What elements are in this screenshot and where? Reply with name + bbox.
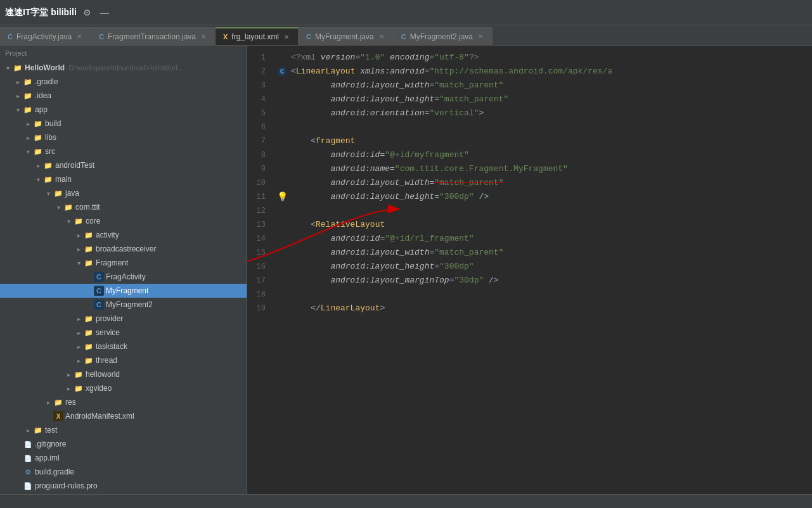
tab-tab4[interactable]: CMyFragment.java✕ (299, 27, 394, 45)
line-content-4: android:layout_height="match_parent" (288, 92, 812, 106)
tree-label-proguard: proguard-rules.pro (35, 481, 98, 490)
tree-label-xgvideo: xgvideo (86, 384, 112, 393)
tree-arrow-app: ▾ (13, 105, 23, 115)
folder-icon-com_ttit: 📁 (63, 202, 74, 212)
token: "@+id/rl_fragment" (385, 234, 474, 243)
tab-close-icon[interactable]: ✕ (477, 33, 484, 40)
tree-item-Fragment[interactable]: ▾📁Fragment (0, 256, 247, 270)
tab-close-icon[interactable]: ✕ (75, 33, 83, 40)
line-number-6: 6 (247, 120, 276, 134)
c-circle-icon: C (278, 67, 287, 76)
tree-item-core[interactable]: ▾📁core (0, 214, 247, 228)
folder-icon-main: 📁 (43, 174, 53, 184)
tab-tab3[interactable]: Xfrg_layout.xml✕ (216, 27, 299, 45)
tree-item-test[interactable]: ▸📁test (0, 423, 247, 437)
tree-spacer-MyFragment (84, 286, 94, 296)
tree-item-taskstack[interactable]: ▸📁taskstack (0, 340, 247, 353)
tab-tab2[interactable]: CFragmentTransaction.java✕ (91, 27, 216, 45)
tab-close-icon[interactable]: ✕ (378, 33, 385, 40)
tree-item-AndroidManifest[interactable]: XAndroidManifest.xml (0, 409, 247, 423)
token: android:id (291, 150, 380, 160)
tree-item-src[interactable]: ▾📁src (0, 144, 247, 158)
code-line-1: 1<?xml version="1.0" encoding="utf-8"?> (247, 51, 812, 65)
token: "utf-8" (434, 53, 469, 62)
line-number-4: 4 (247, 92, 276, 106)
code-line-10: 10 android:layout_width="match_parent" (247, 176, 812, 190)
tree-arrow-idea: ▸ (13, 91, 23, 101)
token: android:id (291, 234, 380, 243)
tree-item-build_gradle[interactable]: ⚙build.gradle (0, 465, 247, 479)
folder-icon-test: 📁 (33, 425, 43, 435)
minimize-icon[interactable]: — (98, 6, 112, 19)
token: /> (484, 276, 498, 285)
line-number-11: 11 (247, 190, 276, 204)
tab-tab1[interactable]: CFragActivity.java✕ (0, 27, 91, 45)
tree-item-androidTest[interactable]: ▸📁androidTest (0, 158, 247, 172)
line-number-8: 8 (247, 148, 276, 162)
tab-tab5[interactable]: CMyFragment2.java✕ (394, 27, 493, 45)
tab-close-icon[interactable]: ✕ (200, 33, 207, 40)
tree-item-build[interactable]: ▸📁build (0, 117, 247, 130)
xml-icon-AndroidManifest: X (53, 411, 63, 421)
tab-close-icon[interactable]: ✕ (283, 34, 290, 41)
tree-item-helloworld[interactable]: ▸📁helloworld (0, 367, 247, 381)
folder-icon-build: 📁 (33, 118, 43, 129)
tab-label: MyFragment.java (315, 32, 374, 41)
tree-label-MyFragment2: MyFragment2 (106, 300, 153, 309)
code-line-9: 9 android:name="com.ttit.core.Fragment.M… (247, 162, 812, 176)
token: android:layout_width (291, 178, 429, 187)
tree-item-res[interactable]: ▸📁res (0, 395, 247, 409)
folder-icon-activity: 📁 (84, 230, 94, 240)
tree-label-FragActivity: FragActivity (106, 272, 146, 281)
code-line-15: 15 android:layout_width="match_parent" (247, 246, 812, 260)
line-content-9: android:name="com.ttit.core.Fragment.MyF… (288, 162, 812, 176)
code-line-19: 19 </LinearLayout> (247, 302, 812, 315)
tree-item-app[interactable]: ▾📁app (0, 103, 247, 117)
java-icon-FragActivity: C (94, 272, 104, 282)
tree-label-res: res (65, 398, 76, 407)
token: "vertical" (429, 108, 479, 118)
tree-item-proguard[interactable]: 📄proguard-rules.pro (0, 479, 247, 493)
token: ?> (469, 53, 479, 62)
tree-item-FragActivity[interactable]: CFragActivity (0, 270, 247, 284)
line-content-13: <RelativeLayout (288, 218, 812, 232)
tree-item-gitignore[interactable]: 📄.gitignore (0, 437, 247, 451)
tree-arrow-gradle: ▸ (13, 77, 23, 87)
token: "match_parent" (434, 248, 503, 257)
folder-icon-gradle: 📁 (23, 77, 33, 87)
tree-item-idea[interactable]: ▸📁.idea (0, 89, 247, 103)
token: <?xml (291, 53, 321, 62)
tree-item-main[interactable]: ▾📁main (0, 172, 247, 186)
tree-item-gradle[interactable]: ▸📁.gradle (0, 75, 247, 89)
tree-item-thread[interactable]: ▸📁thread (0, 353, 247, 367)
tree-item-xgvideo[interactable]: ▸📁xgvideo (0, 381, 247, 395)
folder-icon-androidTest: 📁 (43, 160, 53, 170)
token: RelativeLayout (316, 220, 385, 229)
tree-item-service[interactable]: ▸📁service (0, 326, 247, 340)
folder-icon-java: 📁 (53, 188, 63, 198)
code-line-17: 17 android:layout_marginTop="30dp" /> (247, 274, 812, 288)
tree-root[interactable]: ▾📁HelloWorldD:\workspace\ttit\android\He… (0, 61, 247, 75)
tree-item-provider[interactable]: ▸📁provider (0, 312, 247, 326)
tree-item-MyFragment[interactable]: CMyFragment (0, 284, 247, 298)
line-number-12: 12 (247, 204, 276, 218)
tree-item-activity[interactable]: ▸📁activity (0, 228, 247, 242)
tree-label-test: test (45, 426, 57, 435)
tree-arrow-src: ▾ (23, 146, 33, 156)
bulb-icon[interactable]: 💡 (277, 190, 288, 204)
tree-item-MyFragment2[interactable]: CMyFragment2 (0, 298, 247, 312)
tree-item-broadcastreceiver[interactable]: ▸📁broadcastreceiver (0, 242, 247, 256)
main-layout: Project▾📁HelloWorldD:\workspace\ttit\and… (0, 46, 812, 494)
token: < (291, 136, 316, 146)
tree-item-com_ttit[interactable]: ▾📁com.ttit (0, 200, 247, 214)
code-editor[interactable]: 1<?xml version="1.0" encoding="utf-8"?>2… (247, 46, 812, 494)
tree-item-libs[interactable]: ▸📁libs (0, 130, 247, 144)
token: "300dp" (439, 262, 474, 271)
folder-icon-src: 📁 (33, 146, 43, 156)
token: android:layout_height (291, 262, 434, 271)
java-icon-MyFragment2: C (94, 300, 104, 310)
settings-icon[interactable]: ⚙ (81, 6, 94, 19)
tree-item-app_iml[interactable]: 📄app.iml (0, 451, 247, 465)
tree-item-java[interactable]: ▾📁java (0, 186, 247, 200)
tree-arrow-activity: ▸ (74, 230, 84, 240)
